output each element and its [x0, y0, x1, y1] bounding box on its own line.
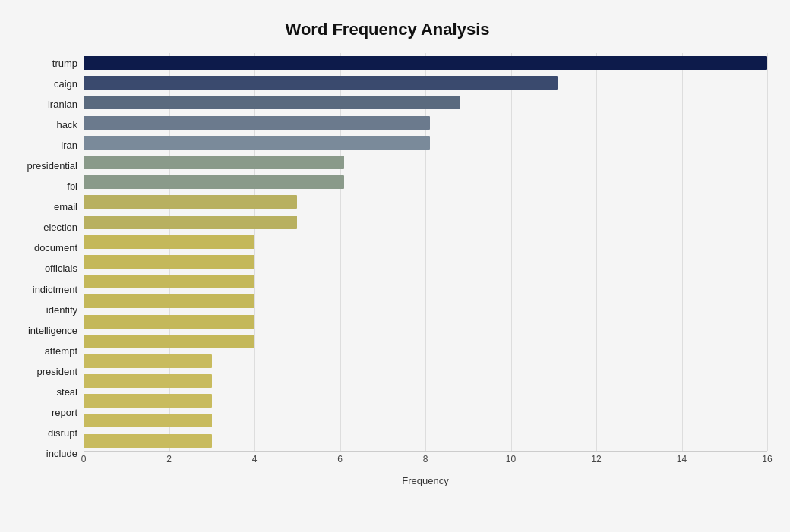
y-label: document [34, 243, 77, 253]
x-tick: 8 [423, 454, 428, 464]
bar [84, 294, 254, 308]
bar-row [84, 95, 767, 110]
x-tick: 4 [252, 454, 258, 464]
bars-section: 0246810121416 Frequency [84, 53, 767, 486]
bar-row [84, 433, 767, 449]
bar [84, 116, 430, 130]
y-label: steal [57, 387, 77, 397]
chart-title: Word Frequency Analysis [8, 20, 767, 39]
x-tick: 10 [506, 454, 516, 464]
bar [84, 315, 254, 329]
bars-and-grid: 0246810121416 [84, 53, 767, 474]
y-label: iranian [48, 99, 77, 109]
x-tick: 0 [81, 454, 87, 464]
bar-row [84, 215, 767, 230]
bar-row [84, 135, 767, 150]
bar [84, 156, 344, 169]
x-tick: 16 [762, 454, 772, 464]
bar [84, 195, 297, 209]
y-label: iran [61, 140, 77, 150]
bar [84, 434, 212, 448]
bar [84, 175, 344, 189]
bar [84, 374, 212, 388]
x-tick: 12 [591, 454, 601, 464]
y-label: president [37, 367, 77, 376]
chart-container: Word Frequency Analysis trumpcaignirania… [0, 0, 790, 532]
bar [84, 96, 460, 109]
bar [84, 56, 767, 70]
grid-line [767, 53, 768, 451]
x-tick: 2 [166, 454, 172, 464]
y-label: include [46, 449, 77, 458]
bar-row [84, 413, 767, 428]
y-label: caign [54, 79, 77, 89]
bar-row [84, 393, 767, 408]
y-label: trump [52, 58, 77, 68]
bar-row [84, 294, 767, 309]
bar-row [84, 194, 767, 209]
y-label: election [43, 222, 77, 232]
bar-row [84, 373, 767, 389]
bar [84, 76, 558, 90]
y-label: fbi [67, 181, 77, 191]
bar [84, 394, 212, 408]
y-label: disrupt [48, 428, 77, 438]
x-axis-label: Frequency [84, 475, 767, 486]
bars-wrapper [84, 53, 767, 451]
x-axis: 0246810121416 [84, 451, 767, 474]
bar-row [84, 274, 767, 289]
y-label: attempt [45, 346, 77, 356]
y-label: officials [45, 263, 77, 273]
bar [84, 235, 254, 249]
bar [84, 136, 430, 150]
y-labels: trumpcaigniranianhackiranpresidentialfbi… [8, 53, 84, 486]
bar-row [84, 254, 767, 269]
bar-row [84, 334, 767, 349]
x-label-container: Frequency [84, 474, 767, 486]
bar-row [84, 115, 767, 131]
y-label: report [52, 408, 77, 417]
bar-row [84, 354, 767, 369]
bar [84, 414, 212, 427]
y-label: identify [46, 305, 77, 315]
bar [84, 354, 212, 368]
y-label: presidential [27, 161, 78, 171]
bar [84, 216, 297, 229]
bar-row [84, 155, 767, 170]
x-axis-line [84, 451, 767, 452]
bar-row [84, 55, 767, 71]
bar-row [84, 175, 767, 190]
bar-row [84, 235, 767, 250]
y-label: email [54, 202, 77, 212]
bar-row [84, 314, 767, 329]
x-tick: 14 [677, 454, 687, 464]
bar [84, 255, 254, 269]
bar [84, 275, 254, 288]
x-tick: 6 [337, 454, 343, 464]
y-label: hack [57, 120, 77, 130]
bar-row [84, 75, 767, 90]
bar [84, 335, 254, 348]
y-label: indictment [33, 285, 77, 294]
y-label: intelligence [28, 326, 77, 335]
chart-area: trumpcaigniranianhackiranpresidentialfbi… [8, 53, 767, 486]
